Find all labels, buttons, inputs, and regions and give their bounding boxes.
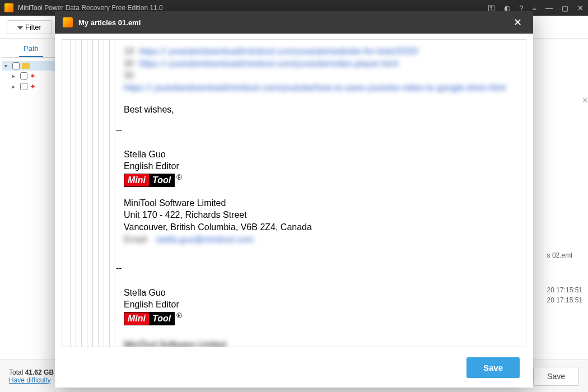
- filter-icon: [17, 26, 23, 30]
- sig-name: Stella Guo: [124, 287, 517, 299]
- chevron-right-icon[interactable]: ▸: [12, 83, 18, 90]
- modal-close-icon[interactable]: ✕: [510, 14, 525, 31]
- item-icon: ✦: [30, 82, 36, 91]
- item-icon: ✶: [30, 72, 36, 80]
- logo-mini: Mini: [124, 174, 149, 186]
- modal-title: My articles 01.eml: [78, 18, 510, 27]
- preview-frame[interactable]: 18 https // youtube/download/minitool.co…: [62, 39, 526, 347]
- link-num: 18: [124, 45, 134, 58]
- minitool-logo: Mini Tool: [124, 174, 175, 187]
- sig-company-blurred: MiniTool Software Limited: [124, 339, 517, 347]
- registered-mark: ®: [176, 311, 182, 320]
- tab-path[interactable]: Path: [19, 42, 43, 57]
- filter-label: Filter: [25, 23, 41, 31]
- logo-tool: Tool: [149, 174, 174, 186]
- save-button-back[interactable]: Save: [533, 367, 579, 386]
- folder-icon: [22, 63, 30, 69]
- file-date: 20 17:15:51: [547, 286, 582, 294]
- close-icon[interactable]: ✕: [577, 4, 584, 12]
- app-icon: [4, 3, 13, 12]
- panel-close-icon[interactable]: ×: [582, 95, 588, 106]
- preview-modal: My articles 01.eml ✕ 18 https // youtube…: [55, 11, 533, 388]
- email-value-blurred: stella.guo@minitool.com: [156, 234, 254, 246]
- sig-addr2: Vancouver, British Columbia, V6B 2Z4, Ca…: [124, 221, 517, 234]
- minimize-icon[interactable]: —: [545, 4, 553, 12]
- sig-addr1: Unit 170 - 422, Richards Street: [124, 209, 517, 221]
- total-label: Total: [9, 368, 25, 376]
- chevron-down-icon[interactable]: ▾: [4, 63, 10, 69]
- logo-mini: Mini: [124, 312, 149, 325]
- best-wishes: Best wishes,: [124, 104, 517, 116]
- logo-tool: Tool: [149, 312, 174, 325]
- sig-name: Stella Guo: [124, 148, 517, 161]
- link-blurred: https // youtube/download/minitool.com/y…: [139, 58, 398, 70]
- modal-footer: Save: [55, 347, 533, 388]
- modal-body: 18 https // youtube/download/minitool.co…: [55, 34, 533, 347]
- modal-app-icon: [63, 17, 73, 27]
- file-name: s 02.eml: [547, 251, 582, 259]
- modal-titlebar: My articles 01.eml ✕: [55, 11, 533, 34]
- tree-checkbox[interactable]: [20, 72, 27, 80]
- save-button[interactable]: Save: [466, 357, 520, 378]
- registered-mark: ®: [176, 173, 182, 181]
- separator: --: [116, 262, 517, 274]
- separator: --: [116, 124, 517, 136]
- link-blurred: https // youtube/download/minitool.com/y…: [139, 45, 418, 58]
- tree-checkbox[interactable]: [20, 83, 27, 90]
- link-num: 30: [124, 69, 134, 82]
- email-content: 18 https // youtube/download/minitool.co…: [62, 40, 526, 347]
- tree-checkbox[interactable]: [12, 62, 20, 69]
- link-blurred: https // youtube/download/minitool.com/y…: [124, 82, 506, 94]
- help-link[interactable]: Have difficulty: [9, 376, 50, 384]
- chevron-right-icon[interactable]: ▸: [12, 73, 18, 79]
- filter-button[interactable]: Filter: [7, 20, 52, 34]
- maximize-icon[interactable]: ▢: [562, 4, 568, 12]
- sig-company: MiniTool Software Limited: [124, 197, 517, 209]
- sig-role: English Editor: [124, 160, 517, 172]
- minitool-logo: Mini Tool: [124, 312, 175, 325]
- email-label-blurred: Email:: [124, 234, 148, 246]
- file-date: 20 17:15:51: [547, 296, 582, 304]
- total-value: 41.62 GB: [25, 368, 54, 376]
- file-info: s 02.eml 20 17:15:51 20 17:15:51: [547, 251, 582, 306]
- app-title: MiniTool Power Data Recovery Free Editio…: [18, 4, 488, 12]
- sig-role: English Editor: [124, 298, 517, 311]
- link-num: 30: [124, 58, 134, 70]
